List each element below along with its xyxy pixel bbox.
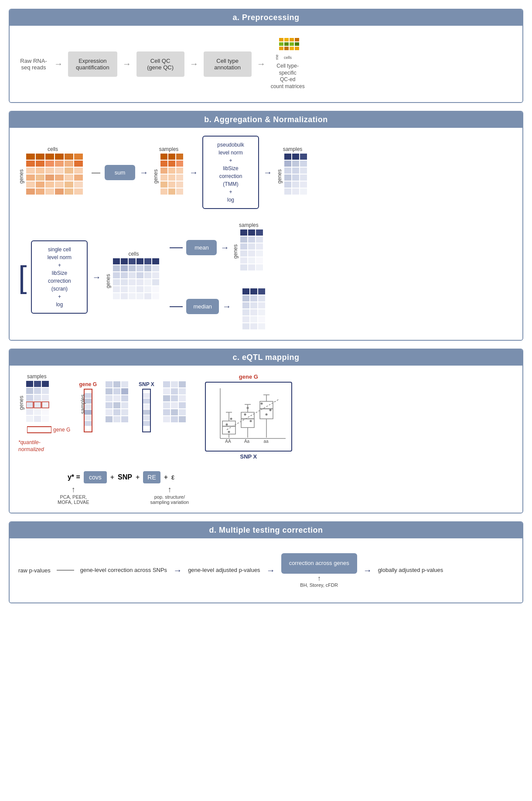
svg-rect-143 [242,295,249,301]
preprocessing-flow: Raw RNA- seq reads → Expression quantifi… [18,34,514,94]
svg-rect-68 [284,154,291,160]
arrow-median: → [222,301,231,312]
svg-rect-89 [136,258,143,264]
svg-rect-211 [171,388,178,394]
svg-rect-2 [290,38,294,41]
median-output: samples genes [235,281,267,332]
testing-body: raw p-values gene-level correction acros… [18,546,514,594]
arrow-norm: → [189,168,198,178]
svg-rect-172 [42,409,49,415]
svg-rect-1 [284,38,289,41]
snp-x-column: SNP X [139,381,154,432]
svg-rect-9 [284,47,289,50]
svg-point-249 [260,403,263,405]
svg-rect-194 [121,402,128,408]
svg-rect-147 [250,302,257,308]
svg-rect-64 [176,181,183,188]
svg-rect-195 [106,409,113,415]
svg-rect-49 [74,188,83,195]
svg-rect-153 [250,316,257,322]
gene-level-adjusted-section: gene-level adjusted p-values [188,566,260,574]
svg-rect-151 [258,309,265,315]
svg-rect-63 [168,181,175,188]
svg-rect-116 [113,293,120,299]
svg-rect-107 [136,279,143,285]
svg-rect-14 [26,154,35,160]
svg-rect-39 [36,181,44,188]
svg-rect-81 [292,181,299,188]
svg-rect-220 [171,409,178,415]
input-matrix-b: cells genes [18,146,87,199]
section-c-title: c. eQTL mapping [10,349,522,366]
svg-rect-207 [163,381,170,387]
svg-rect-127 [256,236,263,243]
svg-rect-114 [144,286,151,292]
arrow-sc-norm: → [92,272,101,282]
svg-rect-23 [55,161,64,167]
formula-section: y* = covs + SNP + RE + ε ↑ PC [53,471,514,505]
arrow-3: → [190,59,198,69]
svg-rect-97 [152,265,159,271]
arrow-1: → [54,59,63,69]
svg-rect-105 [121,279,128,285]
svg-point-245 [228,431,230,433]
svg-rect-47 [55,188,64,195]
svg-rect-125 [240,236,247,243]
svg-rect-5 [284,42,289,46]
svg-rect-17 [55,154,64,160]
svg-rect-0 [279,38,283,41]
globally-adjusted-section: globally adjusted p-values [378,566,443,574]
svg-rect-32 [26,175,35,181]
svg-rect-152 [242,316,249,322]
svg-rect-123 [248,229,255,236]
svg-rect-185 [121,381,128,387]
svg-rect-96 [144,265,151,271]
svg-rect-36 [65,175,73,181]
svg-rect-67 [176,188,183,195]
svg-rect-124 [256,229,263,236]
svg-rect-87 [121,258,128,264]
svg-rect-205 [143,416,150,421]
svg-rect-192 [106,402,113,408]
svg-rect-73 [300,161,307,167]
svg-rect-108 [144,279,151,285]
svg-rect-106 [129,279,136,285]
svg-rect-216 [163,402,170,408]
svg-rect-100 [129,272,136,278]
svg-rect-161 [26,388,33,394]
mean-output: samples genes [232,222,265,273]
pca-note: PCA, PEER, MOFA, LDVAE [58,494,89,505]
covariate-matrices [106,381,130,425]
svg-rect-160 [42,381,49,387]
svg-rect-222 [163,416,170,422]
svg-rect-199 [113,416,120,422]
boxplot-section: gene G [205,373,292,460]
svg-rect-218 [179,402,186,408]
arrow-sum: → [140,168,148,178]
svg-rect-217 [171,402,178,408]
svg-rect-200 [121,416,128,422]
svg-rect-88 [129,258,136,264]
svg-rect-109 [152,279,159,285]
svg-rect-131 [240,250,247,257]
svg-rect-141 [250,288,257,294]
svg-rect-34 [45,175,54,181]
svg-rect-196 [113,409,120,415]
svg-rect-21 [36,161,44,167]
svg-rect-154 [258,316,265,322]
cell-type-box: Cell type annotation [204,51,252,77]
arrow-norm-out: → [263,168,272,178]
svg-rect-93 [121,265,128,271]
svg-rect-83 [284,188,291,195]
svg-rect-27 [36,168,44,174]
svg-point-247 [249,420,252,422]
pop-note: pop. structure/ sampling variation [150,494,189,505]
svg-rect-90 [144,258,151,264]
svg-rect-186 [106,388,113,394]
svg-rect-118 [129,293,136,299]
svg-text:aa: aa [263,439,269,444]
svg-rect-101 [136,272,143,278]
arrow-2: → [123,59,131,69]
svg-rect-212 [179,388,186,394]
svg-rect-78 [292,175,299,181]
